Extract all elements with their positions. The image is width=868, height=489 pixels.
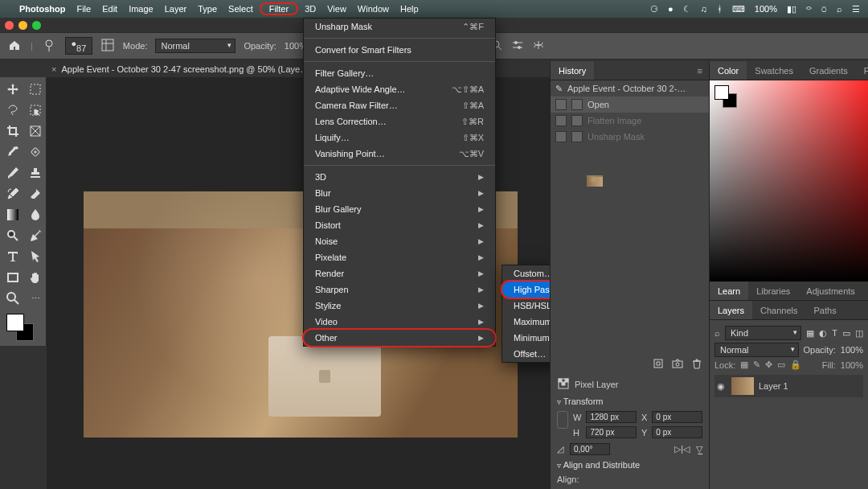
- lock-brush-icon[interactable]: ✎: [753, 360, 760, 370]
- blur-tool[interactable]: [26, 206, 45, 224]
- paths-tab[interactable]: Paths: [806, 301, 845, 319]
- filter-cat-video[interactable]: Video▶: [304, 314, 495, 330]
- search-icon[interactable]: ⌕: [714, 328, 720, 338]
- layer-name[interactable]: Layer 1: [759, 381, 788, 391]
- blend-mode-select[interactable]: Normal: [155, 39, 235, 53]
- marquee-tool[interactable]: [26, 80, 45, 98]
- gradients-tab[interactable]: Gradients: [801, 61, 856, 80]
- filter-last-used[interactable]: Unsharp Mask⌃⌘F: [304, 18, 495, 35]
- filter-awa[interactable]: Adaptive Wide Angle…⌥⇧⌘A: [304, 81, 495, 97]
- menu-3d[interactable]: 3D: [305, 4, 316, 14]
- filter-shape-icon[interactable]: ▭: [842, 328, 850, 339]
- path-select-tool[interactable]: [26, 248, 45, 265]
- filter-camera-raw[interactable]: Camera Raw Filter…⇧⌘A: [304, 97, 495, 113]
- filter-cat-distort[interactable]: Distort▶: [304, 217, 495, 233]
- layer-row[interactable]: ◉ Layer 1: [714, 375, 863, 397]
- gradient-tool[interactable]: [3, 206, 23, 224]
- frame-tool[interactable]: [26, 122, 45, 140]
- menu-window[interactable]: Window: [358, 4, 389, 14]
- lock-pixels-icon[interactable]: ▦: [740, 360, 748, 370]
- menu-view[interactable]: View: [327, 4, 346, 14]
- trash-icon[interactable]: [691, 358, 702, 371]
- lock-artboard-icon[interactable]: ▭: [777, 360, 785, 370]
- layer-blend-select[interactable]: Normal: [714, 343, 799, 357]
- edit-toolbar[interactable]: ⋯: [26, 290, 45, 307]
- close-tab-icon[interactable]: ×: [51, 64, 56, 74]
- minimize-window-button[interactable]: [18, 21, 27, 30]
- layer-filter-select[interactable]: Kind: [725, 326, 801, 340]
- brush-panel-icon[interactable]: [100, 38, 115, 54]
- filter-cat-stylize[interactable]: Stylize▶: [304, 298, 495, 314]
- fg-bg-swatch[interactable]: [714, 85, 739, 109]
- lock-all-icon[interactable]: 🔒: [790, 360, 801, 370]
- filter-gallery[interactable]: Filter Gallery…: [304, 65, 495, 81]
- patterns-tab[interactable]: Patt: [856, 61, 868, 80]
- adjustments-tab[interactable]: Adjustments: [798, 281, 863, 300]
- filter-vanishing[interactable]: Vanishing Point…⌥⌘V: [304, 146, 495, 162]
- swatches-tab[interactable]: Swatches: [747, 61, 801, 80]
- link-wh-icon[interactable]: [557, 411, 568, 429]
- panel-menu-icon[interactable]: ≡: [698, 66, 709, 76]
- hand-tool[interactable]: [26, 269, 45, 286]
- menu-help[interactable]: Help: [400, 4, 419, 14]
- height-field[interactable]: 720 px: [586, 426, 637, 438]
- healing-tool[interactable]: [26, 143, 45, 161]
- wifi-icon[interactable]: ⌔: [806, 4, 812, 14]
- filter-liquify[interactable]: Liquify…⇧⌘X: [304, 129, 495, 146]
- filter-cat-sharpen[interactable]: Sharpen▶: [304, 281, 495, 298]
- stamp-tool[interactable]: [26, 164, 45, 182]
- keyboard-icon[interactable]: ⌨: [732, 4, 745, 14]
- history-step-flatten[interactable]: Flatten Image: [551, 113, 709, 129]
- document-tab[interactable]: × Apple Event - October 30 2-47 screensh…: [51, 61, 309, 77]
- eyedropper-tool[interactable]: [3, 143, 23, 161]
- eraser-tool[interactable]: [26, 185, 45, 203]
- fill-value[interactable]: 100%: [841, 360, 863, 370]
- move-tool[interactable]: [3, 80, 23, 98]
- layers-tab[interactable]: Layers: [710, 301, 752, 319]
- object-select-tool[interactable]: [26, 101, 45, 119]
- dnd-icon[interactable]: ☾: [683, 4, 691, 14]
- filter-cat-3d[interactable]: 3D▶: [304, 169, 495, 185]
- crop-tool[interactable]: [3, 122, 23, 140]
- brush-preview[interactable]: ● 87: [65, 37, 92, 55]
- lasso-tool[interactable]: [3, 101, 23, 119]
- history-step-open[interactable]: Open: [551, 97, 709, 113]
- control-center-icon[interactable]: ☰: [852, 4, 860, 14]
- angle-field[interactable]: 0,00°: [570, 443, 610, 455]
- history-tab[interactable]: History: [551, 61, 594, 80]
- color-swatches-tool[interactable]: [3, 310, 45, 343]
- settings-slider-icon[interactable]: [511, 39, 524, 53]
- menu-filter[interactable]: Filter: [260, 2, 298, 15]
- type-tool[interactable]: [3, 248, 23, 265]
- y-field[interactable]: 0 px: [652, 426, 702, 438]
- home-icon[interactable]: [8, 39, 23, 53]
- filter-adj-icon[interactable]: ◐: [819, 328, 827, 339]
- color-picker[interactable]: [710, 80, 868, 281]
- filter-cat-render[interactable]: Render▶: [304, 265, 495, 281]
- zoom-window-button[interactable]: [32, 21, 41, 30]
- libraries-tab[interactable]: Libraries: [748, 281, 798, 300]
- cc-icon[interactable]: ⚆: [650, 4, 658, 14]
- menu-type[interactable]: Type: [198, 4, 217, 14]
- history-doc[interactable]: ✎Apple Event - October 30 2-…: [551, 80, 709, 97]
- brush-tool[interactable]: [3, 164, 23, 182]
- bluetooth-icon[interactable]: ᚼ: [717, 4, 723, 14]
- color-tab[interactable]: Color: [710, 61, 747, 80]
- menu-image[interactable]: Image: [129, 4, 154, 14]
- rectangle-tool[interactable]: [3, 269, 23, 286]
- history-step-unsharp[interactable]: Unsharp Mask: [551, 129, 709, 145]
- filter-smart[interactable]: Convert for Smart Filters: [304, 42, 495, 58]
- headphones-icon[interactable]: ♫: [701, 4, 707, 14]
- chat-icon[interactable]: ●: [668, 4, 674, 14]
- filter-type-icon[interactable]: T: [832, 328, 837, 338]
- visibility-icon[interactable]: ◉: [717, 381, 727, 392]
- menu-select[interactable]: Select: [228, 4, 253, 14]
- camera-icon[interactable]: [672, 358, 683, 371]
- zoom-tool[interactable]: [3, 290, 23, 307]
- flip-h-icon[interactable]: ▷|◁: [674, 444, 690, 454]
- filter-cat-blur-gallery[interactable]: Blur Gallery▶: [304, 201, 495, 217]
- spotlight-icon[interactable]: ⌕: [837, 4, 842, 14]
- filter-lens[interactable]: Lens Correction…⇧⌘R: [304, 113, 495, 129]
- filter-cat-other[interactable]: Other▶: [304, 330, 495, 346]
- learn-tab[interactable]: Learn: [710, 281, 748, 300]
